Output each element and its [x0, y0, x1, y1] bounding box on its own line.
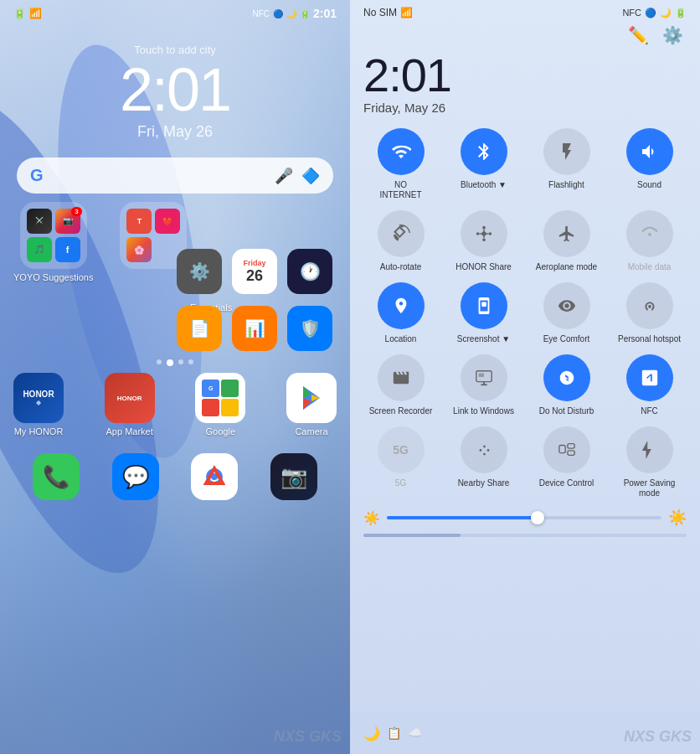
brightness-control[interactable]: ☀️ ☀️ — [363, 509, 687, 527]
shield-app-icon[interactable]: 🛡️ — [287, 306, 332, 351]
brightness-track[interactable] — [387, 516, 661, 519]
eye-comfort-btn[interactable] — [543, 282, 590, 329]
no-sim-label: No SIM 📶 — [363, 7, 413, 18]
svg-rect-21 — [558, 446, 564, 453]
quick-tiles-row-5: 5G 5G Nearby Share — [363, 426, 687, 498]
bluetooth-tile-label: Bluetooth ▼ — [461, 180, 507, 190]
nfc-icon: NFC — [252, 9, 270, 18]
nearby-share-tile[interactable]: Nearby Share — [446, 426, 521, 498]
flashlight-tile-btn[interactable] — [543, 128, 590, 175]
device-control-btn[interactable] — [543, 426, 590, 473]
honor-share-btn[interactable] — [461, 210, 507, 257]
mic-icon[interactable]: 🎤 — [275, 167, 293, 185]
bluetooth-tile[interactable]: Bluetooth ▼ — [446, 128, 521, 200]
dnd-tile[interactable]: Do Not Disturb — [529, 354, 604, 416]
sound-tile[interactable]: Sound — [612, 128, 687, 200]
clock-app[interactable]: Friday 26 — [232, 249, 277, 294]
bluetooth-tile-btn[interactable] — [461, 128, 507, 175]
nearby-share-btn[interactable] — [461, 426, 507, 473]
tasker-icon: T — [126, 209, 152, 234]
brightness-thumb[interactable] — [531, 511, 544, 524]
5g-btn[interactable]: 5G — [378, 426, 425, 473]
nfc-btn[interactable] — [626, 354, 673, 401]
right-status-icons: NFC 🔵 🌙 🔋 2:01 — [252, 7, 337, 20]
settings-icon-app[interactable]: ⚙️ — [177, 249, 222, 294]
svg-point-11 — [482, 239, 486, 242]
link-windows-tile[interactable]: Link to Windows — [446, 354, 521, 416]
left-status-bar: 🔋 📶 NFC 🔵 🌙 🔋 2:01 — [0, 0, 350, 27]
wifi-tile-btn[interactable] — [378, 128, 425, 175]
honor-share-tile[interactable]: HONOR Share — [446, 210, 521, 272]
mobile-data-tile[interactable]: Mobile data — [612, 210, 687, 272]
aeroplane-btn[interactable] — [543, 210, 590, 257]
nfc-label: NFC — [641, 406, 658, 416]
device-control-label: Device Control — [539, 478, 594, 488]
dnd-btn[interactable] — [543, 354, 590, 401]
hotspot-tile[interactable]: Personal hotspot — [612, 282, 687, 344]
cloud-icon: ☁️ — [408, 726, 422, 740]
mobile-data-btn[interactable] — [626, 210, 673, 257]
photos-icon: 🌸 — [126, 237, 152, 262]
sound-tile-btn[interactable] — [626, 128, 673, 175]
link-windows-btn[interactable] — [461, 354, 507, 401]
aeroplane-tile[interactable]: Aeroplane mode — [529, 210, 604, 272]
battery-right-icon: 🔋 — [675, 8, 687, 18]
my-honor-app[interactable]: HONOR ◆ My HONOR — [13, 373, 64, 436]
pages-icon[interactable]: 📄 — [177, 306, 222, 351]
search-bar[interactable]: G 🎤 🔷 — [17, 158, 333, 194]
camera-app[interactable]: 📷 — [270, 453, 317, 500]
phone-app[interactable]: 📞 — [33, 453, 80, 500]
bt-right-icon: 🔵 — [645, 8, 656, 18]
screen-recorder-tile[interactable]: Screen Recorder — [363, 354, 438, 416]
right-status-right-icons: NFC 🔵 🌙 🔋 — [622, 8, 687, 18]
power-saving-btn[interactable] — [626, 426, 673, 473]
brightness-high-icon: ☀️ — [668, 509, 687, 527]
nfc-tile[interactable]: NFC — [612, 354, 687, 416]
device-control-tile[interactable]: Device Control — [529, 426, 604, 498]
svg-point-9 — [488, 232, 492, 235]
flashlight-tile-label: Flashlight — [548, 180, 584, 190]
screenshot-tile[interactable]: Screenshot ▼ — [446, 282, 521, 344]
dot-1 — [157, 359, 162, 364]
world-clock-app[interactable]: 🕐 — [287, 249, 332, 294]
google-label: Google — [206, 426, 235, 436]
chrome-app[interactable] — [191, 453, 238, 500]
screen-recorder-btn[interactable] — [378, 354, 425, 401]
location-label: Location — [385, 334, 417, 344]
instagram-icon: 📷 3 — [55, 209, 80, 234]
location-btn[interactable] — [378, 282, 425, 329]
auto-rotate-btn[interactable] — [378, 210, 425, 257]
flashlight-tile[interactable]: Flashlight — [529, 128, 604, 200]
eye-comfort-tile[interactable]: Eye Comfort — [529, 282, 604, 344]
auto-rotate-tile[interactable]: Auto-rotate — [363, 210, 438, 272]
5g-tile[interactable]: 5G 5G — [363, 426, 438, 498]
google-app[interactable]: G Google — [195, 373, 245, 436]
messages-app[interactable]: 💬 — [112, 453, 159, 500]
svg-rect-16 — [481, 302, 486, 307]
wifi-tile[interactable]: NOINTERNET — [363, 128, 438, 200]
svg-rect-22 — [567, 444, 574, 449]
settings-icon[interactable]: ⚙️ — [662, 25, 683, 45]
dot-4 — [188, 359, 193, 364]
hotspot-btn[interactable] — [626, 282, 673, 329]
right-date-display: Friday, May 26 — [363, 101, 687, 115]
quick-tiles-row-4: Screen Recorder Link to Windows — [363, 354, 687, 416]
wifi-status-icon: 📶 — [29, 8, 42, 19]
power-saving-tile[interactable]: Power Saving mode — [612, 426, 687, 498]
apps-grid: ⚔️ 📷 3 🎵 f YOYO Suggestions — [13, 202, 337, 436]
location-tile[interactable]: Location — [363, 282, 438, 344]
honor-share-label: HONOR Share — [456, 262, 512, 272]
nearby-share-label: Nearby Share — [458, 478, 510, 488]
yoyo-suggestions-folder[interactable]: ⚔️ 📷 3 🎵 f YOYO Suggestions — [13, 202, 93, 282]
app-market-app[interactable]: HONOR App Market — [105, 373, 155, 436]
play-store-app[interactable]: Camera — [286, 373, 337, 436]
dnd-label: Do Not Disturb — [539, 406, 594, 416]
second-slider[interactable] — [363, 534, 687, 537]
lens-icon[interactable]: 🔷 — [301, 167, 320, 185]
numbers-icon[interactable]: 📊 — [232, 306, 277, 351]
edit-icon[interactable]: ✏️ — [628, 25, 649, 45]
dot-3 — [178, 359, 183, 364]
screenshot-btn[interactable] — [461, 282, 507, 329]
hotspot-label: Personal hotspot — [618, 334, 681, 344]
right-watermark: NXS GKS — [624, 728, 692, 746]
